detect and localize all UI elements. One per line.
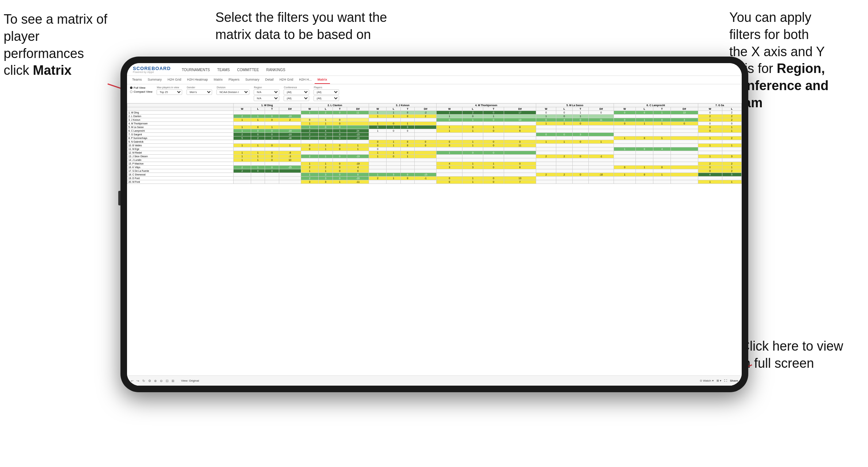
players-select1[interactable]: (All) (314, 89, 339, 95)
scoreboard-header: SCOREBOARD Powered by clippd TOURNAMENTS… (127, 63, 742, 76)
matrix-cell: 0 (437, 118, 462, 122)
matrix-cell (536, 147, 556, 151)
nav-tournaments[interactable]: TOURNAMENTS (182, 66, 210, 73)
fullscreen-button[interactable]: ⛶ (724, 379, 727, 382)
nav-committee[interactable]: COMMITTEE (237, 66, 259, 73)
matrix-cell: -19 (347, 155, 369, 158)
view-original-label: View: Original (181, 379, 199, 382)
matrix-cell: -15 (347, 133, 369, 136)
matrix-cell: 0 (400, 111, 415, 115)
matrix-cell (279, 169, 301, 173)
share-button[interactable]: Share (730, 379, 738, 382)
sub-nav-h2h-heatmap[interactable]: H2H Heatmap (184, 76, 211, 84)
matrix-cell: 0 (251, 133, 265, 136)
matrix-cell (614, 177, 635, 180)
region-select2[interactable]: N/A (254, 96, 279, 101)
matrix-cell (588, 122, 614, 126)
matrix-cell: 0 (588, 111, 614, 115)
conference-select1[interactable]: (All) (284, 89, 309, 95)
zoom-out-icon[interactable]: ⊖ (160, 379, 163, 383)
matrix-cell (588, 162, 614, 166)
max-players-select[interactable]: Top 25 (157, 89, 182, 95)
compact-view-option[interactable]: Compact View (130, 90, 152, 93)
matrix-cell: 2 (722, 169, 741, 173)
matrix-cell: 0 (635, 111, 653, 115)
full-view-option[interactable]: Full View (130, 86, 152, 89)
display-button[interactable]: ⊞ ▾ (717, 379, 721, 382)
sub-nav-summary1[interactable]: Summary (145, 76, 165, 84)
nav-rankings[interactable]: RANKINGS (266, 66, 285, 73)
players-select2[interactable]: (All) (314, 96, 339, 101)
matrix-cell (301, 151, 319, 155)
nav-teams[interactable]: TEAMS (217, 66, 230, 73)
settings-icon[interactable]: ⚙ (148, 379, 151, 383)
matrix-cell: 0 (614, 118, 635, 122)
table-row: 5. M La Sasso101100610101001 (127, 126, 742, 129)
compact-view-radio[interactable] (130, 90, 132, 93)
undo-icon[interactable]: ↩ (131, 379, 134, 383)
matrix-cell (635, 180, 653, 184)
player-name-cell: 19. D Ford (127, 177, 234, 180)
matrix-cell (536, 177, 556, 180)
matrix-cell: 1 (319, 169, 333, 173)
matrix-cell: 0 (265, 118, 279, 122)
matrix-cell (265, 111, 279, 115)
sub-nav-h2h-grid2[interactable]: H2H Grid (277, 76, 296, 84)
powered-by-text: Powered by clippd (133, 71, 171, 73)
matrix-cell: -20 (347, 177, 369, 180)
player-name-cell: 11. M Ege (127, 147, 234, 151)
matrix-cell (588, 158, 614, 162)
matrix-cell (635, 129, 653, 133)
matrix-cell (400, 166, 415, 169)
matrix-cell: 0 (722, 122, 741, 126)
sh-l7: L (722, 107, 741, 111)
fit-icon[interactable]: ⊡ (166, 379, 169, 383)
player-name-cell: 20. M Ford (127, 180, 234, 184)
matrix-cell (614, 115, 635, 118)
sub-nav-summary2[interactable]: Summary (242, 76, 262, 84)
matrix-cell (504, 173, 536, 177)
sub-nav-matrix1[interactable]: Matrix (211, 76, 226, 84)
zoom-in-icon[interactable]: ⊕ (154, 379, 157, 383)
region-select1[interactable]: N/A (254, 89, 279, 95)
grid-icon[interactable]: ⊞ (172, 379, 174, 383)
sub-nav-h2h-grid[interactable]: H2H Grid (165, 76, 184, 84)
refresh-icon[interactable]: ↻ (142, 379, 145, 383)
sub-nav-players[interactable]: Players (226, 76, 242, 84)
matrix-cell: 1 (319, 118, 333, 122)
matrix-cell (301, 140, 319, 144)
matrix-cell: 0 (572, 140, 588, 144)
matrix-cell: 1 (301, 122, 319, 126)
division-select[interactable]: NCAA Division I (216, 89, 249, 95)
matrix-cell: 2 (233, 115, 251, 118)
matrix-cell: 2 (722, 115, 741, 118)
matrix-cell: 4 (556, 118, 572, 122)
matrix-cell: 1 (437, 115, 462, 118)
sub-nav-detail[interactable]: Detail (262, 76, 277, 84)
header-m-thorbjornsen: 4. M Thorbjornsen (437, 104, 536, 107)
matrix-cell (437, 158, 462, 162)
matrix-cell: 0 (556, 115, 572, 118)
matrix-cell (369, 162, 387, 166)
player-name-cell: 9. N Gabrelcik (127, 140, 234, 144)
watch-button[interactable]: ⊙ Watch ▾ (700, 379, 714, 382)
matrix-cell: 0 (265, 155, 279, 158)
sub-nav-matrix2[interactable]: Matrix (315, 76, 330, 84)
redo-icon[interactable]: ↪ (137, 379, 139, 383)
matrix-cell: 11 (347, 111, 369, 115)
matrix-cell: 1 (233, 155, 251, 158)
matrix-cell: 2 (698, 162, 722, 166)
player-name-cell: 13. J Skov Olesen (127, 155, 234, 158)
matrix-cell: 3 (572, 133, 588, 136)
matrix-cell: 0 (556, 111, 572, 115)
matrix-cell (387, 118, 401, 122)
conference-select2[interactable]: (All) (284, 96, 309, 101)
matrix-cell: 0 (614, 166, 635, 169)
matrix-cell (572, 158, 588, 162)
matrix-cell: 1 (400, 122, 415, 126)
gender-select[interactable]: Men's (187, 89, 212, 95)
matrix-cell: 0 (333, 155, 347, 158)
full-view-radio[interactable] (130, 86, 132, 89)
sub-nav-h2h-h[interactable]: H2H H... (296, 76, 315, 84)
sub-nav-teams[interactable]: Teams (129, 76, 145, 84)
